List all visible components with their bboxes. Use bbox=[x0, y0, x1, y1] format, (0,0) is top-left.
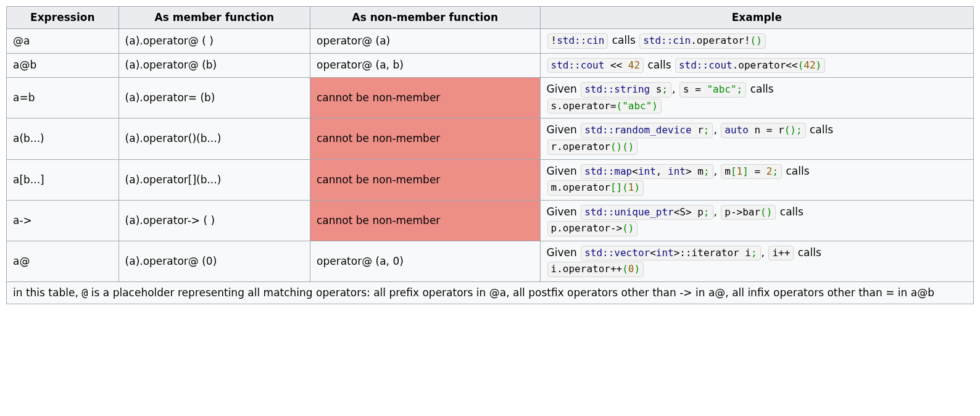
cell-nonmember: operator@ (a, b) bbox=[310, 53, 541, 78]
table-header-row: Expression As member function As non-mem… bbox=[7, 7, 974, 29]
code-chip: std::unique_ptr<S> p; bbox=[581, 205, 713, 220]
code-chip: r.operator()() bbox=[547, 139, 638, 155]
col-expression: Expression bbox=[7, 7, 119, 29]
connector-given: Given bbox=[547, 206, 577, 218]
col-nonmember: As non-member function bbox=[310, 7, 541, 29]
code-chip: p.operator->() bbox=[547, 221, 638, 236]
cell-expression: a@b bbox=[7, 53, 119, 78]
connector-calls: calls bbox=[780, 206, 804, 218]
connector-calls: calls bbox=[810, 123, 833, 136]
footnote-cell: in this table, @ is a placeholder repres… bbox=[7, 282, 974, 304]
operator-overload-table: Expression As member function As non-mem… bbox=[6, 6, 974, 304]
cell-example: Given std::string s;, s = "abc"; calls s… bbox=[540, 78, 973, 119]
code-chip: p->bar() bbox=[721, 205, 776, 220]
code-chip: i.operator++(0) bbox=[547, 262, 644, 277]
footnote-post: is a placeholder representing all matchi… bbox=[88, 286, 934, 299]
cell-member: (a).operator= (b) bbox=[118, 78, 310, 119]
cell-example: std::cout << 42 calls std::cout.operator… bbox=[540, 53, 973, 78]
table-row: a@ (a).operator@ (0) operator@ (a, 0) Gi… bbox=[7, 241, 974, 281]
cell-member: (a).operator@ ( ) bbox=[118, 28, 310, 53]
cell-nonmember: operator@ (a, 0) bbox=[310, 241, 541, 281]
cell-nonmember-no: cannot be non-member bbox=[310, 119, 541, 159]
cell-member: (a).operator@ (0) bbox=[118, 241, 310, 281]
connector-comma: , bbox=[672, 83, 675, 95]
code-chip: std::cout << 42 bbox=[547, 58, 644, 73]
code-chip: s.operator=("abc") bbox=[547, 99, 662, 114]
table-row: @a (a).operator@ ( ) operator@ (a) !std:… bbox=[7, 28, 974, 53]
table-row: a(b...) (a).operator()(b...) cannot be n… bbox=[7, 119, 974, 159]
cell-nonmember-no: cannot be non-member bbox=[310, 78, 541, 119]
connector-calls: calls bbox=[612, 34, 636, 46]
cell-member: (a).operator-> ( ) bbox=[118, 200, 310, 241]
connector-given: Given bbox=[547, 83, 577, 95]
connector-given: Given bbox=[547, 246, 577, 259]
code-chip: std::string s; bbox=[581, 82, 671, 98]
code-chip: std::cin.operator!() bbox=[639, 33, 766, 49]
cell-expression: a-> bbox=[7, 200, 119, 241]
cell-expression: a=b bbox=[7, 78, 119, 119]
code-chip: i++ bbox=[768, 246, 794, 261]
table-row: a-> (a).operator-> ( ) cannot be non-mem… bbox=[7, 200, 974, 241]
code-chip: std::cout.operator<<(42) bbox=[675, 58, 825, 73]
code-chip: std::random_device r; bbox=[581, 123, 713, 138]
cell-example: !std::cin calls std::cin.operator!() bbox=[540, 28, 973, 53]
connector-calls: calls bbox=[750, 83, 774, 95]
connector-comma: , bbox=[762, 246, 765, 259]
connector-given: Given bbox=[547, 165, 577, 177]
cell-expression: @a bbox=[7, 28, 119, 53]
code-chip: std::vector<int>::iterator i; bbox=[581, 246, 760, 261]
cell-nonmember-no: cannot be non-member bbox=[310, 200, 541, 241]
cell-member: (a).operator@ (b) bbox=[118, 53, 310, 78]
cell-expression: a(b...) bbox=[7, 119, 119, 159]
table-footnote-row: in this table, @ is a placeholder repres… bbox=[7, 282, 974, 304]
cell-expression: a@ bbox=[7, 241, 119, 281]
code-chip: s = "abc"; bbox=[679, 82, 746, 98]
col-example: Example bbox=[540, 7, 973, 29]
cell-example: Given std::map<int, int> m;, m[1] = 2; c… bbox=[540, 159, 973, 200]
connector-comma: , bbox=[714, 206, 717, 218]
table-row: a@b (a).operator@ (b) operator@ (a, b) s… bbox=[7, 53, 974, 78]
cell-example: Given std::unique_ptr<S> p;, p->bar() ca… bbox=[540, 200, 973, 241]
cell-nonmember: operator@ (a) bbox=[310, 28, 541, 53]
connector-given: Given bbox=[547, 123, 577, 136]
table-row: a=b (a).operator= (b) cannot be non-memb… bbox=[7, 78, 974, 119]
footnote-pre: in this table, bbox=[13, 286, 81, 299]
footnote-at: @ bbox=[81, 286, 88, 299]
cell-example: Given std::random_device r;, auto n = r(… bbox=[540, 119, 973, 159]
code-chip: std::map<int, int> m; bbox=[581, 164, 713, 180]
cell-member: (a).operator[](b...) bbox=[118, 159, 310, 200]
connector-calls: calls bbox=[786, 165, 809, 177]
connector-calls: calls bbox=[647, 59, 671, 71]
connector-comma: , bbox=[713, 123, 716, 136]
code-chip: m.operator[](1) bbox=[547, 180, 644, 196]
code-chip: !std::cin bbox=[547, 33, 608, 49]
code-chip: auto n = r(); bbox=[721, 123, 805, 138]
cell-example: Given std::vector<int>::iterator i;, i++… bbox=[540, 241, 973, 281]
connector-comma: , bbox=[714, 165, 717, 177]
table-row: a[b...] (a).operator[](b...) cannot be n… bbox=[7, 159, 974, 200]
cell-nonmember-no: cannot be non-member bbox=[310, 159, 541, 200]
cell-expression: a[b...] bbox=[7, 159, 119, 200]
cell-member: (a).operator()(b...) bbox=[118, 119, 310, 159]
col-member: As member function bbox=[118, 7, 310, 29]
code-chip: m[1] = 2; bbox=[721, 164, 782, 180]
connector-calls: calls bbox=[798, 246, 821, 259]
